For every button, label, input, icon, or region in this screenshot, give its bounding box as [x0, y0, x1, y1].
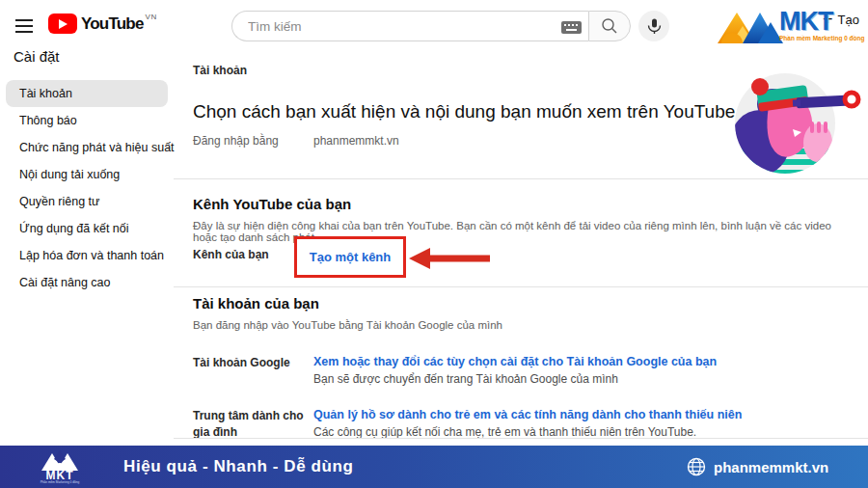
google-account-label: Tài khoản Google — [193, 355, 307, 386]
page-title: Chọn cách bạn xuất hiện và nội dung bạn … — [193, 101, 735, 122]
footer-website-text: phanmemmkt.vn — [714, 459, 828, 475]
account-section-description: Bạn đăng nhập vào YouTube bằng Tài khoản… — [193, 319, 858, 331]
divider — [174, 286, 868, 287]
family-center-sub-text: Các công cụ giúp kết nối cha mẹ, trẻ em … — [313, 425, 742, 439]
google-account-row: Tài khoản Google Xem hoặc thay đổi các t… — [193, 355, 717, 386]
mkt-tagline: Phần mềm Marketing 0 đồng — [779, 35, 865, 41]
family-center-label: Trung tâm dành cho gia đình — [193, 408, 307, 442]
mkt-wordmark: MKT — [779, 9, 865, 34]
main-content: Tài khoản Chọn cách bạn xuất hiện và nội… — [0, 0, 868, 488]
annotation-highlight-box: Tạo một kênh — [294, 236, 406, 278]
google-account-settings-link[interactable]: Xem hoặc thay đổi các tùy chọn cài đặt c… — [313, 355, 717, 368]
divider — [174, 178, 868, 179]
channel-section-description: Đây là sự hiện diện công khai của bạn tr… — [193, 220, 858, 243]
mkt-footer-bar: MKT Phần mềm Marketing 0 đồng Hiệu quả -… — [0, 446, 868, 488]
your-channel-label: Kênh của bạn — [193, 248, 269, 261]
account-illustration — [725, 71, 862, 176]
channel-section-heading: Kênh YouTube của bạn — [193, 196, 351, 212]
account-section-heading: Tài khoản của bạn — [193, 295, 319, 312]
family-center-row: Trung tâm dành cho gia đình Quản lý hồ s… — [193, 408, 742, 442]
signin-label: Đăng nhập bằng — [193, 134, 279, 148]
google-account-sub-text: Bạn sẽ được chuyển đến trang Tài khoản G… — [313, 372, 717, 386]
mkt-watermark-logo: MKT Phần mềm Marketing 0 đồng — [716, 3, 866, 51]
mkt-footer-wordmark: MKT — [46, 471, 74, 480]
mkt-triangles-icon — [716, 3, 785, 51]
footer-website-link[interactable]: phanmemmkt.vn — [687, 446, 828, 488]
divider — [174, 438, 868, 439]
footer-slogan: Hiệu quả - Nhanh - Dễ dùng — [123, 457, 353, 476]
breadcrumb: Tài khoản — [193, 64, 247, 77]
signin-account-value: phanmemmkt.vn — [313, 134, 399, 148]
mkt-footer-triangles-icon — [41, 449, 79, 471]
youtube-settings-screen: YouTube VN — [0, 0, 868, 488]
create-channel-link[interactable]: Tạo một kênh — [310, 250, 392, 264]
annotation-arrow-icon — [409, 247, 492, 270]
family-center-link[interactable]: Quản lý hồ sơ dành cho trẻ em và các tín… — [313, 408, 742, 421]
globe-icon — [687, 457, 706, 476]
mkt-footer-logo: MKT Phần mềm Marketing 0 đồng — [35, 449, 85, 484]
mkt-footer-tagline: Phần mềm Marketing 0 đồng — [41, 480, 79, 482]
